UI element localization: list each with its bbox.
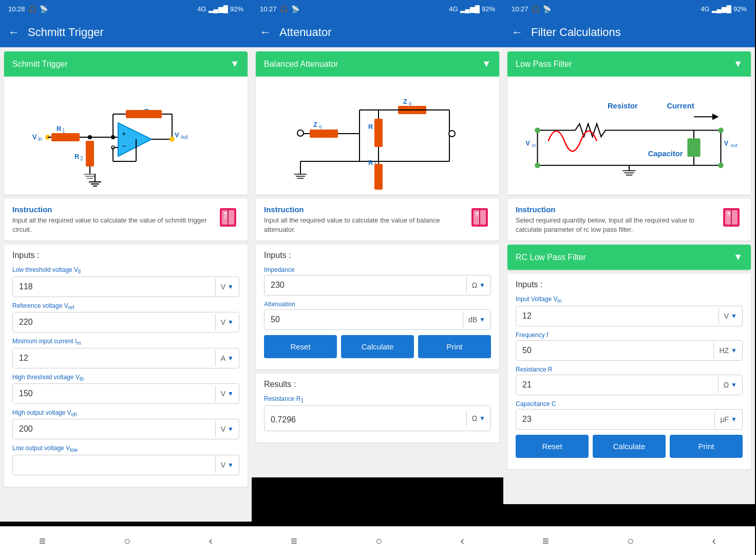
headphone-icon-3: 🎧	[532, 5, 540, 13]
unit-result-resistance[interactable]: Ω▼	[466, 410, 490, 427]
svg-rect-59	[374, 119, 383, 147]
value-result-resistance: 0.7296	[271, 411, 460, 425]
label-result-resistance: Resistance R1	[264, 395, 491, 403]
unit-high-output[interactable]: V▼	[215, 421, 239, 437]
svg-text:Resistor: Resistor	[608, 102, 638, 110]
back-nav-icon-2[interactable]: ‹	[461, 534, 464, 548]
field-ref-voltage[interactable]	[13, 312, 215, 332]
reset-button-2[interactable]: Reset	[264, 335, 337, 358]
label-high-threshold: High threshold voltage Vth	[12, 374, 239, 382]
svg-text:R: R	[74, 153, 80, 160]
sub-dropdown-3[interactable]: RC Low Pass Filter ▼	[507, 245, 751, 270]
header-title-1: Schmitt Trigger	[28, 26, 104, 39]
unit-resistance[interactable]: Ω▼	[718, 377, 742, 393]
battery-1: 92%	[230, 5, 243, 13]
field-attenuation[interactable]	[264, 310, 463, 329]
svg-text:R: R	[368, 123, 373, 131]
field-min-current[interactable]	[13, 348, 215, 368]
time-2: 10:27	[260, 5, 277, 13]
unit-frequency[interactable]: HZ▼	[713, 342, 742, 359]
back-button-1[interactable]: ←	[8, 26, 20, 39]
attenuator-panel: 10:27 🎧 📡 4G ▂▄▆█ 92% ← Attenuator Balan…	[252, 0, 503, 555]
sub-dropdown-arrow-3: ▼	[733, 252, 743, 263]
navbar-3: ≡ ○ ‹	[503, 526, 755, 555]
unit-capacitance[interactable]: μF▼	[714, 411, 742, 428]
label-high-output: High output voltage Voh	[12, 409, 239, 417]
svg-text:Current: Current	[667, 102, 694, 110]
field-low-threshold[interactable]	[13, 277, 215, 297]
back-nav-icon-1[interactable]: ‹	[209, 534, 213, 548]
menu-icon-1[interactable]: ≡	[39, 534, 46, 548]
input-row-high-threshold: High threshold voltage Vth V▼	[12, 374, 239, 404]
time-1: 10:28	[8, 5, 25, 13]
field-high-threshold[interactable]	[13, 384, 215, 403]
unit-high-threshold[interactable]: V▼	[215, 385, 239, 402]
reset-button-3[interactable]: Reset	[516, 435, 589, 458]
unit-ref-voltage[interactable]: V▼	[215, 314, 239, 330]
home-icon-1[interactable]: ○	[124, 534, 130, 548]
input-row-frequency: Frequency f HZ▼	[516, 331, 743, 361]
svg-rect-29	[126, 110, 162, 118]
field-resistance[interactable]	[516, 375, 718, 395]
content-area-2: Balanced Attenuator ▼ Z o	[252, 47, 503, 477]
unit-low-output[interactable]: V▼	[215, 457, 239, 473]
unit-low-threshold[interactable]: V▼	[215, 279, 239, 295]
type-dropdown-1[interactable]: Schmitt Trigger ▼	[4, 51, 248, 77]
dropdown-label-2: Balanced Attenuator	[264, 60, 338, 69]
field-frequency[interactable]	[516, 341, 713, 360]
back-nav-icon-3[interactable]: ‹	[712, 534, 716, 548]
calculate-button-2[interactable]: Calculate	[341, 335, 414, 358]
print-button-3[interactable]: Print	[670, 435, 743, 458]
back-button-3[interactable]: ←	[512, 26, 523, 39]
svg-text:R: R	[368, 159, 373, 166]
menu-icon-3[interactable]: ≡	[542, 534, 549, 548]
back-button-2[interactable]: ←	[260, 26, 271, 39]
field-impedance[interactable]	[264, 275, 466, 295]
time-3: 10:27	[512, 5, 528, 13]
unit-input-voltage[interactable]: V▼	[719, 308, 742, 324]
dropdown-arrow-3: ▼	[733, 59, 743, 69]
unit-min-current[interactable]: A▼	[215, 350, 239, 366]
unit-attenuation[interactable]: dB▼	[463, 311, 490, 328]
signal-bars-2: ▂▄▆█	[460, 5, 480, 13]
svg-point-78	[449, 131, 455, 137]
svg-text:out: out	[181, 134, 188, 140]
svg-text:Z: Z	[313, 121, 317, 128]
inputs-title-3: Inputs :	[516, 280, 743, 289]
field-capacitance[interactable]	[516, 410, 714, 429]
svg-rect-46	[224, 217, 227, 218]
field-input-voltage[interactable]	[516, 306, 719, 326]
header-title-3: Filter Calculations	[531, 26, 621, 39]
svg-text:o: o	[409, 101, 412, 106]
home-icon-3[interactable]: ○	[627, 534, 634, 548]
menu-icon-2[interactable]: ≡	[291, 534, 297, 548]
home-icon-2[interactable]: ○	[375, 534, 382, 548]
unit-impedance[interactable]: Ω▼	[466, 277, 490, 293]
label-input-voltage: Input Voltage Vin	[516, 295, 743, 304]
field-high-output[interactable]	[13, 419, 215, 439]
input-row-attenuation: Attenuation dB▼	[264, 301, 491, 330]
svg-text:1: 1	[62, 128, 65, 134]
battery-2: 92%	[482, 5, 495, 13]
calculate-button-3[interactable]: Calculate	[593, 435, 666, 458]
field-low-output[interactable]	[13, 455, 215, 475]
button-row-2: Reset Calculate Print	[264, 335, 491, 358]
svg-rect-45	[224, 215, 227, 216]
status-bar-2: 10:27 🎧 📡 4G ▂▄▆█ 92%	[252, 0, 503, 17]
svg-point-100	[718, 127, 724, 133]
status-bar-1: 10:28 🎧 📡 4G ▂▄▆█ 92%	[0, 0, 252, 17]
label-ref-voltage: Reference voltage Vref	[12, 302, 239, 310]
input-row-low-output: Low output voltage Vlow V▼	[12, 445, 239, 475]
svg-text:V: V	[32, 133, 37, 141]
type-dropdown-card-2: Balanced Attenuator ▼ Z o	[256, 51, 499, 195]
print-button-2[interactable]: Print	[418, 335, 491, 358]
type-dropdown-2[interactable]: Balanced Attenuator ▼	[256, 51, 499, 77]
svg-rect-50	[310, 130, 338, 138]
svg-text:Z: Z	[403, 98, 407, 105]
cast-icon-2: 📡	[291, 5, 299, 13]
type-dropdown-3[interactable]: Low Pass Filter ▼	[507, 51, 751, 77]
app-header-1: ← Schmitt Trigger	[0, 17, 252, 47]
label-low-threshold: Low threshold voltage Vtl	[12, 266, 239, 274]
svg-text:−: −	[122, 142, 126, 150]
label-resistance: Resistance R	[516, 366, 743, 373]
